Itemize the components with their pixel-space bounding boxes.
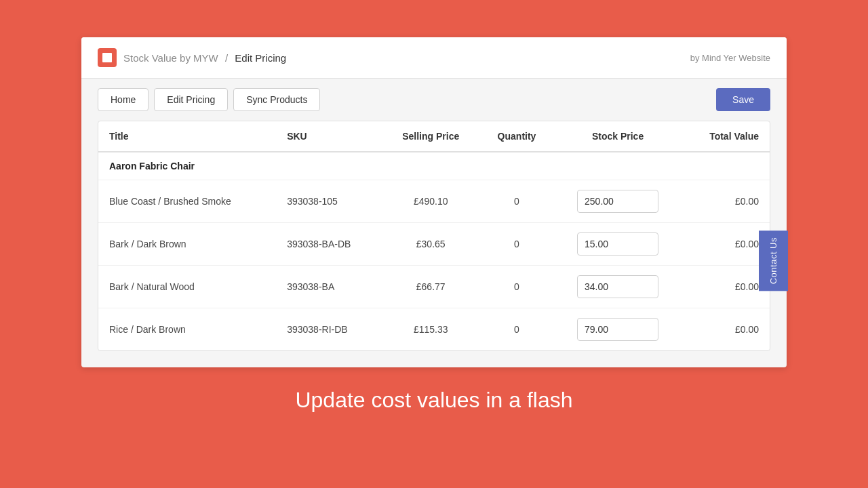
current-page-label: Edit Pricing [235,52,286,64]
tagline: Update cost values in a flash [295,388,572,413]
cell-title: Bark / Natural Wood [98,266,276,308]
cell-stock-price [554,308,682,351]
logo-icon [101,52,113,64]
col-header-stock-price: Stock Price [554,121,682,152]
col-header-title: Title [98,121,276,152]
header-title: Stock Value by MYW / Edit Pricing [123,52,286,64]
home-button[interactable]: Home [98,88,149,111]
cell-total-value: £0.00 [682,223,770,266]
edit-pricing-button[interactable]: Edit Pricing [154,88,228,111]
cell-quantity: 0 [479,223,554,266]
stock-price-input[interactable] [577,190,658,213]
col-header-sku: SKU [276,121,382,152]
col-header-quantity: Quantity [479,121,554,152]
cell-sku: 393038-RI-DB [276,308,382,351]
col-header-total-value: Total Value [682,121,770,152]
table-row: Rice / Dark Brown393038-RI-DB£115.330£0.… [98,308,770,351]
cell-sku: 393038-BA-DB [276,223,382,266]
table-row: Bark / Natural Wood393038-BA£66.770£0.00 [98,266,770,308]
cell-selling-price: £490.10 [382,180,479,223]
col-header-selling-price: Selling Price [382,121,479,152]
pricing-table: Title SKU Selling Price Quantity Stock P… [98,121,770,350]
table-row: Blue Coast / Brushed Smoke393038-105£490… [98,180,770,223]
cell-title: Blue Coast / Brushed Smoke [98,180,276,223]
app-container: Stock Value by MYW / Edit Pricing by Min… [81,37,787,367]
sync-products-button[interactable]: Sync Products [233,88,320,111]
cell-total-value: £0.00 [682,266,770,308]
header-right: by Mind Yer Website [690,53,770,63]
cell-stock-price [554,180,682,223]
app-name-label: Stock Value by MYW [123,52,218,64]
cell-title: Bark / Dark Brown [98,223,276,266]
app-header: Stock Value by MYW / Edit Pricing by Min… [81,37,787,79]
cell-selling-price: £66.77 [382,266,479,308]
cell-selling-price: £115.33 [382,308,479,351]
cell-title: Rice / Dark Brown [98,308,276,351]
cell-selling-price: £30.65 [382,223,479,266]
table-row: Bark / Dark Brown393038-BA-DB£30.650£0.0… [98,223,770,266]
cell-sku: 393038-BA [276,266,382,308]
cell-stock-price [554,266,682,308]
cell-sku: 393038-105 [276,180,382,223]
svg-rect-0 [102,53,112,62]
stock-price-input[interactable] [577,318,658,341]
table-group-header: Aaron Fabric Chair [98,152,770,180]
stock-price-input[interactable] [577,275,658,298]
cell-quantity: 0 [479,180,554,223]
stock-price-input[interactable] [577,232,658,256]
by-label: by Mind Yer Website [690,53,770,63]
contact-us-button[interactable]: Contact Us [759,230,788,291]
breadcrumb-separator: / [225,52,228,64]
cell-quantity: 0 [479,266,554,308]
save-button[interactable]: Save [716,88,770,111]
cell-stock-price [554,223,682,266]
app-logo [98,48,117,67]
toolbar-left: Home Edit Pricing Sync Products [98,88,320,111]
cell-total-value: £0.00 [682,308,770,351]
header-left: Stock Value by MYW / Edit Pricing [98,48,286,67]
cell-total-value: £0.00 [682,180,770,223]
toolbar: Home Edit Pricing Sync Products Save [81,79,787,121]
pricing-table-container: Title SKU Selling Price Quantity Stock P… [98,121,770,351]
contact-us-wrapper: Contact Us [759,230,788,293]
table-header-row: Title SKU Selling Price Quantity Stock P… [98,121,770,152]
cell-quantity: 0 [479,308,554,351]
